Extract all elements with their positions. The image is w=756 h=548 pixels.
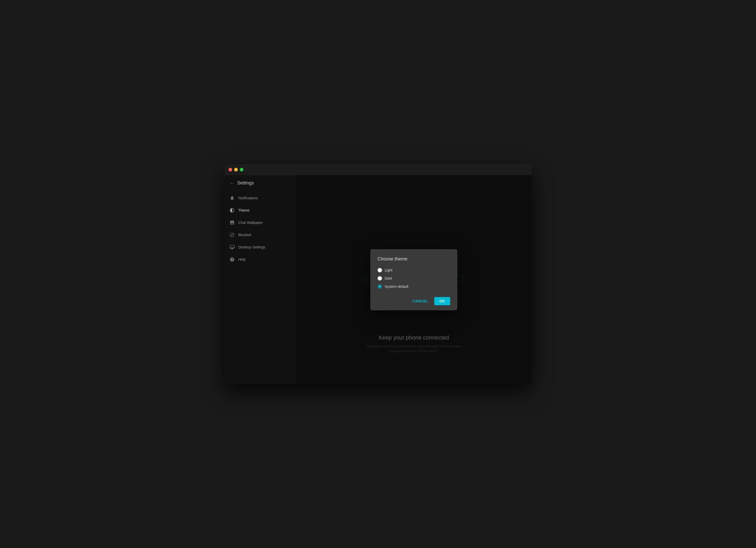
dialog-actions: CANCEL OK [377,297,450,305]
sidebar-item-label-theme: Theme [238,208,250,212]
theme-radio-system-default[interactable] [377,284,382,289]
cancel-button[interactable]: CANCEL [409,297,431,305]
minimize-button[interactable] [234,168,238,172]
sidebar-item-label-blocked: Blocked [238,233,251,237]
theme-radio-light[interactable] [377,268,382,273]
sidebar-menu: Notifications Theme Chat Wallpaper [224,192,296,266]
bell-icon [230,196,235,201]
choose-theme-dialog: Choose theme Light Dark [370,249,457,310]
maximize-button[interactable] [240,168,243,172]
theme-option-light[interactable]: Light [377,268,450,273]
sidebar-item-help[interactable]: Help [224,253,296,266]
sidebar-item-desktop-settings[interactable]: Desktop Settings [224,241,296,253]
theme-option-system-default[interactable]: System default [377,284,450,289]
dialog-overlay: Choose theme Light Dark [296,175,532,384]
content-area: ©WABETAINFO Keep your phone connected Wh… [296,175,532,384]
theme-radio-dark[interactable] [377,276,382,280]
sidebar-title: Settings [237,180,254,186]
theme-label-dark: Dark [385,276,392,280]
help-icon [230,257,235,262]
traffic-lights [229,168,243,172]
ok-button[interactable]: OK [434,297,450,305]
sidebar-item-label-desktop-settings: Desktop Settings [238,245,265,249]
theme-label-light: Light [385,268,392,272]
titlebar [224,164,532,175]
main-layout: ← Settings Notifications Theme [224,175,532,384]
sidebar-item-theme[interactable]: Theme [224,204,296,217]
sidebar-item-label-help: Help [238,258,246,262]
sidebar-item-chat-wallpaper[interactable]: Chat Wallpaper [224,217,296,229]
sidebar-item-blocked[interactable]: Blocked [224,229,296,241]
close-button[interactable] [229,168,232,172]
sidebar-item-label-notifications: Notifications [238,196,258,200]
theme-radio-group: Light Dark System default [377,268,450,289]
theme-label-system-default: System default [385,284,408,288]
monitor-icon [230,245,235,250]
sidebar-item-notifications[interactable]: Notifications [224,192,296,204]
app-window: ← Settings Notifications Theme [224,164,532,384]
sidebar: ← Settings Notifications Theme [224,175,296,384]
block-icon [230,232,235,238]
sidebar-item-label-chat-wallpaper: Chat Wallpaper [238,221,263,225]
theme-option-dark[interactable]: Dark [377,276,450,280]
image-icon [230,220,235,225]
theme-icon [230,208,235,213]
sidebar-header: ← Settings [224,180,296,192]
dialog-title: Choose theme [377,257,450,262]
back-button[interactable]: ← [230,181,234,186]
